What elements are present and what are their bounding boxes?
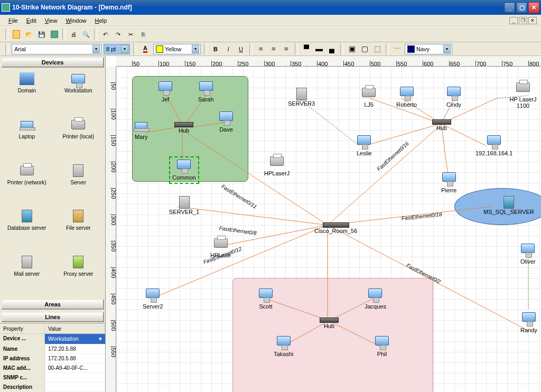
device-workstation[interactable]: Workstation bbox=[54, 71, 104, 113]
node-roberto[interactable]: Roberto bbox=[396, 87, 417, 108]
sidebar: Devices Domain Workstation Laptop Printe… bbox=[0, 56, 106, 392]
minimize-button[interactable]: _ bbox=[504, 2, 515, 13]
node-common[interactable]: Common bbox=[169, 156, 199, 184]
devices-panel-header[interactable]: Devices bbox=[1, 57, 104, 68]
node-jef[interactable]: Jef bbox=[158, 81, 172, 102]
areas-panel-header[interactable]: Areas bbox=[1, 299, 104, 310]
edge-label: FastEthernet0/11 bbox=[220, 183, 258, 210]
fill-color-combo[interactable]: Yellow ▾ bbox=[153, 44, 201, 54]
chevron-down-icon[interactable]: ▾ bbox=[92, 45, 100, 53]
yellow-swatch bbox=[156, 45, 163, 53]
saveall-button[interactable] bbox=[49, 29, 60, 40]
node-scott[interactable]: Scott bbox=[259, 288, 273, 310]
prop-header-val[interactable]: Value bbox=[45, 324, 105, 333]
mdi-close[interactable]: ✕ bbox=[528, 17, 537, 24]
main-toolbar: 📂 💾 🖨 🔍 ↶ ↷ ✂ ⎘ bbox=[0, 26, 541, 42]
device-server[interactable]: Server bbox=[54, 163, 104, 204]
node-server1[interactable]: SERVER_1 bbox=[169, 196, 199, 215]
fontsize-combo[interactable]: 8 pt ▾ bbox=[104, 44, 130, 54]
underline-button[interactable]: U bbox=[236, 44, 246, 54]
node-hub2[interactable]: Hub bbox=[432, 119, 451, 131]
menu-help[interactable]: Help bbox=[91, 16, 111, 25]
send-back-button[interactable]: ▢ bbox=[359, 44, 370, 54]
node-hub1[interactable]: Hub bbox=[174, 122, 193, 134]
node-server2[interactable]: Server2 bbox=[143, 288, 163, 310]
mdi-minimize[interactable]: _ bbox=[509, 17, 518, 24]
valign-bot-button[interactable]: ▄ bbox=[327, 44, 337, 54]
device-file-server[interactable]: File server bbox=[54, 208, 104, 250]
menu-view[interactable]: View bbox=[41, 16, 62, 25]
node-server3[interactable]: SERVER3 bbox=[288, 88, 315, 107]
node-dave[interactable]: Dave bbox=[219, 111, 233, 133]
prop-row[interactable]: MAC add...00-A9-40-0F-C... bbox=[0, 363, 105, 373]
node-phil[interactable]: Phil bbox=[375, 336, 389, 357]
cut-button[interactable]: ✂ bbox=[125, 29, 136, 40]
prop-row[interactable]: Name172.20.5.88 bbox=[0, 344, 105, 354]
bring-front-button[interactable]: ▣ bbox=[347, 44, 357, 54]
node-leslie[interactable]: Leslie bbox=[357, 135, 372, 156]
menu-edit[interactable]: Edit bbox=[22, 16, 41, 25]
device-printer-local[interactable]: Printer (local) bbox=[54, 117, 104, 158]
node-lj5[interactable]: LJ5 bbox=[362, 88, 376, 108]
vertical-ruler: 50100150200250300350400450500550 bbox=[106, 67, 116, 392]
device-printer-network[interactable]: Printer (network) bbox=[2, 163, 52, 204]
mdi-restore[interactable]: ❐ bbox=[519, 17, 527, 24]
node-mary[interactable]: Mary bbox=[135, 122, 147, 140]
node-pierre[interactable]: Pierre bbox=[441, 172, 456, 193]
node-jacques[interactable]: Jacques bbox=[365, 288, 386, 310]
node-hub3[interactable]: Hub bbox=[320, 318, 339, 329]
align-center-button[interactable]: ≡ bbox=[268, 44, 279, 54]
group-button[interactable]: ⬚ bbox=[372, 44, 383, 54]
chevron-down-icon[interactable]: ▾ bbox=[192, 45, 199, 53]
prop-row[interactable]: Device ...Workstation ▾ bbox=[0, 334, 105, 344]
node-mssql[interactable]: MS_SQL_SERVER bbox=[483, 196, 534, 215]
menu-file[interactable]: File bbox=[4, 16, 22, 25]
line-style-button[interactable]: 〰 bbox=[392, 44, 403, 54]
save-button[interactable]: 💾 bbox=[36, 29, 48, 40]
print-button[interactable]: 🖨 bbox=[68, 29, 79, 40]
prop-row[interactable]: IP address172.20.5.88 bbox=[0, 354, 105, 363]
device-mail-server[interactable]: Mail server bbox=[2, 254, 52, 296]
prop-row[interactable]: SNMP c... bbox=[0, 373, 105, 382]
menu-window[interactable]: Window bbox=[61, 16, 90, 25]
device-laptop[interactable]: Laptop bbox=[2, 117, 52, 158]
diagram-canvas[interactable]: FastEthernet0/11 FastEthernet0/8 FastEth… bbox=[116, 67, 541, 392]
node-oliver[interactable]: Oliver bbox=[520, 244, 536, 265]
font-combo[interactable]: Arial ▾ bbox=[12, 44, 101, 54]
redo-button[interactable]: ↷ bbox=[112, 29, 124, 40]
node-hplase[interactable]: HPLase bbox=[210, 238, 231, 258]
open-button[interactable]: 📂 bbox=[23, 29, 35, 40]
svg-line-9 bbox=[328, 125, 441, 225]
node-cindy[interactable]: Cindy bbox=[446, 87, 461, 108]
node-hplaserj1100[interactable]: HP LaserJ 1100 bbox=[507, 82, 539, 109]
valign-top-button[interactable]: ▀ bbox=[301, 44, 312, 54]
device-db-server[interactable]: Database server bbox=[2, 208, 52, 250]
align-left-button[interactable]: ≡ bbox=[256, 44, 266, 54]
node-cisco[interactable]: Cisco_Room_56 bbox=[314, 222, 357, 234]
maximize-button[interactable]: ▢ bbox=[516, 2, 527, 13]
chevron-down-icon[interactable]: ▾ bbox=[443, 45, 451, 53]
undo-button[interactable]: ↶ bbox=[99, 29, 111, 40]
align-right-button[interactable]: ≡ bbox=[281, 44, 292, 54]
node-ip164[interactable]: 192.168.164.1 bbox=[475, 135, 512, 156]
copy-button[interactable]: ⎘ bbox=[137, 29, 149, 40]
close-button[interactable]: ✕ bbox=[528, 2, 539, 13]
preview-button[interactable]: 🔍 bbox=[80, 29, 92, 40]
new-button[interactable] bbox=[11, 29, 22, 40]
font-color-button[interactable]: A bbox=[139, 43, 151, 55]
italic-button[interactable]: I bbox=[223, 44, 234, 54]
prop-header-key[interactable]: Property bbox=[0, 324, 45, 333]
chevron-down-icon[interactable]: ▾ bbox=[121, 45, 128, 53]
node-sarah[interactable]: Sarah bbox=[198, 81, 213, 102]
node-takashi[interactable]: Takashi bbox=[274, 336, 293, 357]
navy-swatch bbox=[407, 45, 415, 53]
prop-row[interactable]: Description bbox=[0, 382, 105, 392]
valign-mid-button[interactable]: ▬ bbox=[314, 44, 324, 54]
device-proxy-server[interactable]: Proxy server bbox=[54, 254, 104, 296]
line-color-combo[interactable]: Navy ▾ bbox=[405, 44, 452, 54]
device-domain[interactable]: Domain bbox=[2, 71, 52, 113]
lines-panel-header[interactable]: Lines bbox=[1, 312, 104, 322]
bold-button[interactable]: B bbox=[210, 44, 221, 54]
node-hplaserj[interactable]: HPLaserJ bbox=[264, 156, 290, 176]
node-randy[interactable]: Randy bbox=[520, 312, 537, 333]
